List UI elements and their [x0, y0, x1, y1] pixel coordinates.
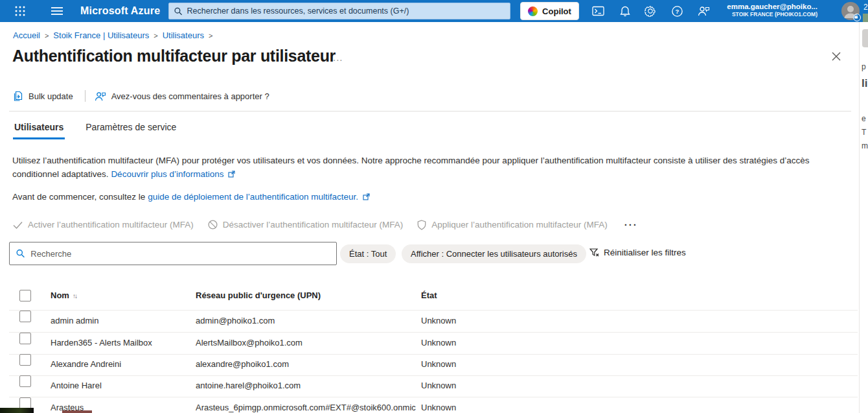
- settings-button[interactable]: [639, 0, 662, 22]
- tab-parametres-de-service[interactable]: Paramètres de service: [84, 121, 177, 139]
- column-header-nom[interactable]: Nom↑↓: [51, 290, 76, 300]
- command-divider: [85, 90, 86, 102]
- cell-name: Alexandre Andreini: [51, 359, 121, 369]
- check-icon: [13, 221, 23, 229]
- enable-mfa-label: Activer l’authentification multifacteur …: [28, 220, 194, 230]
- clipped-header-fragment: 2: [863, 3, 868, 12]
- sort-icon: ↑↓: [73, 292, 76, 300]
- actions-more-button[interactable]: ···: [624, 219, 638, 230]
- copilot-icon: [528, 6, 538, 16]
- row-checkbox[interactable]: [19, 375, 31, 387]
- shield-icon: [417, 220, 426, 230]
- screen-corner-artifact: [62, 410, 92, 413]
- cell-upn: Arasteus_6pimgp.onmicrosoft.com#EXT#@sto…: [196, 403, 416, 412]
- table-row[interactable]: Alexandre Andreini alexandre@phoiko1.com…: [0, 354, 868, 376]
- close-blade-button[interactable]: [831, 51, 845, 65]
- account-tenant: STOIK FRANCE (PHOIKO1.COM): [727, 11, 817, 18]
- clipped-icon-fragment: [862, 29, 868, 47]
- breadcrumb: Accueil > Stoik France | Utilisateurs > …: [13, 30, 212, 40]
- table-row[interactable]: Harden365 - Alerts Mailbox AlertsMailbox…: [0, 333, 868, 355]
- search-icon: [174, 7, 183, 16]
- gear-icon: [645, 5, 656, 17]
- table-row[interactable]: Arasteus Arasteus_6pimgp.onmicrosoft.com…: [0, 397, 868, 413]
- external-link-icon: [228, 168, 235, 182]
- clipped-text-fragment: T: [862, 128, 866, 137]
- cell-upn: alexandre@phoiko1.com: [196, 359, 289, 369]
- cell-upn: admin@phoiko1.com: [196, 316, 275, 325]
- learn-more-link[interactable]: Découvrir plus d’informations: [111, 169, 223, 179]
- command-bar: Bulk update Avez-vous des commentaires à…: [13, 90, 269, 102]
- global-search-input[interactable]: [187, 6, 505, 16]
- filter-reset-icon: [589, 248, 599, 257]
- bulk-update-label: Bulk update: [29, 91, 73, 101]
- cell-state: Unknown: [421, 381, 456, 390]
- deployment-guide-link[interactable]: guide de déploiement de l’authentificati…: [148, 192, 358, 202]
- guide-paragraph: Avant de commencer, consultez le guide d…: [12, 192, 854, 202]
- cell-name: Harden365 - Alerts Mailbox: [51, 338, 152, 348]
- mfa-action-bar: Activer l’authentification multifacteur …: [13, 219, 638, 230]
- breadcrumb-users-link[interactable]: Utilisateurs: [163, 30, 204, 40]
- feedback-command-button[interactable]: Avez-vous des commentaires à apporter ?: [95, 91, 269, 101]
- select-all-checkbox[interactable]: [19, 290, 31, 301]
- close-icon: [831, 51, 841, 62]
- table-header: Nom↑↓ Réseau public d'urgence (UPN) État: [0, 285, 868, 310]
- portal-menu-icon[interactable]: [44, 0, 70, 22]
- show-filter-pill[interactable]: Afficher : Connecter les utilisateurs au…: [402, 244, 586, 263]
- clipped-text-fragment: m: [862, 141, 868, 150]
- copilot-button[interactable]: Copilot: [520, 2, 579, 20]
- help-icon: ?: [672, 6, 683, 17]
- screen-corner-artifact: [0, 408, 34, 413]
- feedback-command-label: Avez-vous des commentaires à apporter ?: [111, 91, 269, 101]
- copilot-label: Copilot: [542, 6, 571, 16]
- app-launcher-icon[interactable]: [5, 0, 35, 22]
- column-header-etat: État: [421, 290, 437, 300]
- table-row[interactable]: admin admin admin@phoiko1.com Unknown: [0, 311, 868, 333]
- state-filter-pill[interactable]: État : Tout: [340, 244, 396, 263]
- cell-state: Unknown: [421, 359, 456, 369]
- row-checkbox[interactable]: [19, 311, 31, 322]
- azure-brand-link[interactable]: Microsoft Azure: [80, 5, 160, 17]
- cell-state: Unknown: [421, 338, 456, 348]
- breadcrumb-tenant-link[interactable]: Stoik France | Utilisateurs: [53, 30, 149, 40]
- bulk-update-button[interactable]: Bulk update: [13, 91, 73, 102]
- disable-mfa-button[interactable]: Désactiver l’authentification multifacte…: [208, 220, 403, 230]
- help-button[interactable]: ?: [665, 0, 689, 22]
- azure-portal-window: Microsoft Azure Copilot: [0, 0, 868, 413]
- reset-filters-button[interactable]: Réinitialiser les filtres: [589, 248, 686, 257]
- terminal-icon: [592, 6, 604, 16]
- background-blade-edge: p li e T m: [859, 22, 868, 413]
- enable-mfa-button[interactable]: Activer l’authentification multifacteur …: [13, 220, 194, 230]
- cloud-shell-button[interactable]: [586, 0, 610, 22]
- commandbar-divider: [9, 111, 851, 112]
- enforce-mfa-label: Appliquer l’authentification multifacteu…: [431, 220, 608, 230]
- row-checkbox[interactable]: [19, 333, 31, 344]
- bulk-update-icon: [13, 91, 23, 102]
- title-more-button[interactable]: ...: [333, 52, 343, 63]
- global-search-box[interactable]: [168, 3, 510, 19]
- avatar[interactable]: [841, 2, 860, 20]
- bell-icon: [620, 6, 630, 17]
- row-checkbox[interactable]: [19, 354, 31, 366]
- cell-name: Antoine Harel: [51, 381, 102, 390]
- user-search-box[interactable]: [9, 242, 337, 265]
- svg-text:?: ?: [675, 8, 679, 15]
- block-icon: [208, 220, 218, 230]
- clipped-text-fragment: e: [862, 114, 866, 123]
- table-row[interactable]: Antoine Harel antoine.harel@phoiko1.com …: [0, 375, 868, 397]
- tab-utilisateurs[interactable]: Utilisateurs: [13, 121, 65, 139]
- disable-mfa-label: Désactiver l’authentification multifacte…: [223, 220, 403, 230]
- lock-badge-icon: [853, 14, 861, 21]
- breadcrumb-separator: >: [209, 32, 212, 40]
- feedback-button[interactable]: [692, 0, 715, 22]
- clipped-text-fragment: li: [862, 77, 867, 90]
- column-header-upn: Réseau public d'urgence (UPN): [196, 290, 321, 300]
- cell-name: admin admin: [51, 316, 98, 325]
- clipped-text-fragment: p: [862, 62, 866, 71]
- notifications-button[interactable]: [613, 0, 637, 22]
- breadcrumb-separator: >: [45, 32, 49, 40]
- breadcrumb-home-link[interactable]: Accueil: [13, 30, 40, 40]
- enforce-mfa-button[interactable]: Appliquer l’authentification multifacteu…: [417, 220, 608, 230]
- user-search-input[interactable]: [30, 249, 330, 259]
- account-manager[interactable]: emma.gaucher@phoiko... STOIK FRANCE (PHO…: [727, 2, 817, 18]
- search-icon: [16, 249, 25, 258]
